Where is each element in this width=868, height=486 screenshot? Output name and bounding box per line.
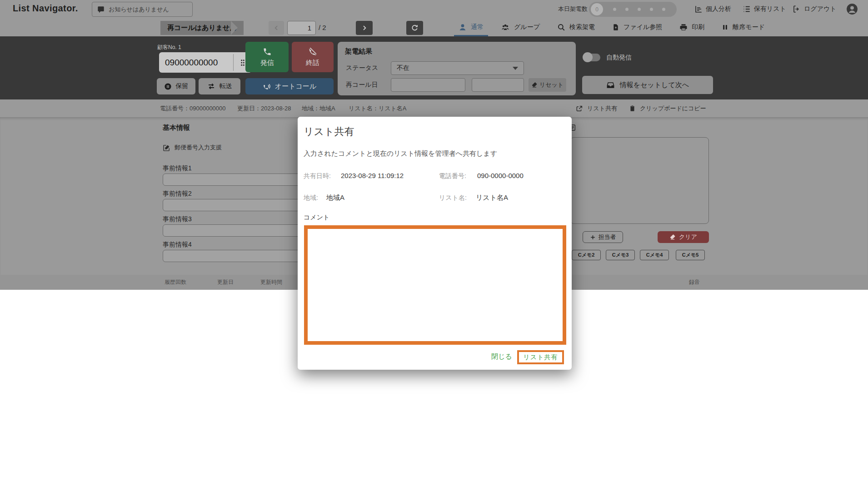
meter-dot <box>625 8 629 11</box>
tab-normal[interactable]: 通常 <box>457 18 485 36</box>
call-result-title: 架電結果 <box>345 47 372 56</box>
set-info-next-button[interactable]: 情報をセットして次へ <box>582 76 713 94</box>
record-region: 地域：地域A <box>302 99 335 117</box>
annotation-highlight-comment <box>304 225 566 345</box>
pre-info-1-label: 事前情報1 <box>163 164 192 173</box>
notice-text: お知らせはありません <box>109 5 169 14</box>
pre-info-4-input[interactable] <box>163 250 317 262</box>
comment-label: コメント <box>304 213 329 222</box>
edit-icon <box>163 144 170 152</box>
status-select[interactable]: 不在 <box>391 61 524 75</box>
tray-icon <box>606 81 615 89</box>
list-share-action[interactable]: リスト共有 <box>576 99 617 117</box>
swap-arrows-icon <box>207 82 215 90</box>
menu-owned-lists[interactable]: 保有リスト <box>743 0 786 18</box>
eraser-icon <box>669 234 676 240</box>
autocall-button[interactable]: オートコール <box>245 78 334 94</box>
record-updated: 更新日：2023-08-28 <box>237 99 291 117</box>
staff-button[interactable]: 担当者 <box>583 231 623 243</box>
recall-date-label: 再コール日 <box>346 81 378 89</box>
app-logo: List Navigator. <box>13 3 78 14</box>
modal-description: 入力されたコメントと現在のリスト情報を管理者へ共有します <box>304 149 497 158</box>
mode-tabs: 通常 グループ 検索架電 ファイル参照 印刷 <box>457 18 767 36</box>
reset-button[interactable]: リセット <box>529 78 566 92</box>
page-number-input[interactable] <box>287 21 316 35</box>
history-col-time: 更新時間 <box>260 275 282 290</box>
hold-button[interactable]: 保留 <box>157 78 195 94</box>
page-prev-button[interactable] <box>269 21 284 35</box>
phone-slash-icon <box>308 47 317 56</box>
status-label: ステータス <box>346 64 378 72</box>
tab-print[interactable]: 印刷 <box>678 18 706 36</box>
recall-notice-arrow <box>231 21 238 35</box>
tab-away-mode[interactable]: 離席モード <box>720 18 767 36</box>
logout-icon <box>793 5 801 13</box>
history-col-date: 更新日 <box>217 275 234 290</box>
page-next-button[interactable] <box>356 21 373 35</box>
today-calls-meter: 0 <box>589 2 677 17</box>
pause-circle-icon <box>164 83 172 90</box>
notice-banner[interactable]: お知らせはありません <box>92 2 193 17</box>
search-icon <box>557 23 565 31</box>
clear-button[interactable]: クリア <box>658 231 709 243</box>
bar-chart-icon <box>694 5 703 13</box>
pre-info-3-input[interactable] <box>163 224 317 237</box>
call-button[interactable]: 発信 <box>245 42 289 72</box>
call-control-panel: 顧客No. 1 発信 終話 保留 転送 オートコール <box>0 36 868 99</box>
phone-icon <box>263 47 272 56</box>
cmemo-3-button[interactable]: Cメモ3 <box>606 250 635 260</box>
meter-dot <box>613 8 616 11</box>
plus-icon <box>590 234 596 240</box>
status-value: 不在 <box>397 64 409 72</box>
transfer-button[interactable]: 転送 <box>199 78 240 94</box>
history-col-count: 履歴回数 <box>165 275 186 290</box>
modal-region-label: 地域: <box>304 194 318 202</box>
memo-textarea[interactable] <box>570 137 709 224</box>
cmemo-2-button[interactable]: Cメモ2 <box>572 250 601 260</box>
list-share-button[interactable]: リスト共有 <box>524 353 558 362</box>
modal-list-label: リスト名: <box>439 194 467 202</box>
pre-info-3-label: 事前情報3 <box>163 215 192 223</box>
call-result-card: 架電結果 ステータス 不在 再コール日 リセット <box>338 42 576 95</box>
tab-search-call[interactable]: 検索架電 <box>555 18 597 36</box>
page-total: / 2 <box>319 18 326 36</box>
today-calls-count: 0 <box>591 3 603 15</box>
tab-file-reference[interactable]: ファイル参照 <box>610 18 664 36</box>
recall-date-input[interactable] <box>391 78 465 92</box>
menu-personal-analysis[interactable]: 個人分析 <box>694 0 731 18</box>
record-phone: 電話番号：09000000000 <box>160 99 226 117</box>
cmemo-4-button[interactable]: Cメモ4 <box>640 250 669 260</box>
pre-info-1-input[interactable] <box>163 174 317 186</box>
list-icon <box>743 5 751 13</box>
file-upload-icon <box>612 23 619 31</box>
zip-support-link[interactable]: 郵便番号入力支援 <box>163 144 222 152</box>
pre-info-2-input[interactable] <box>163 199 317 211</box>
account-icon[interactable] <box>846 3 858 15</box>
meter-dot <box>650 8 653 11</box>
meter-dot <box>638 8 641 11</box>
shared-at-value: 2023-08-29 11:09:12 <box>341 172 404 179</box>
toggle-knob <box>583 52 593 62</box>
menu-logout[interactable]: ログアウト <box>793 0 837 18</box>
copy-clipboard-action[interactable]: クリップボードにコピー <box>629 99 706 117</box>
modal-title: リスト共有 <box>304 125 354 139</box>
recall-time-input[interactable] <box>472 78 524 92</box>
close-button[interactable]: 閉じる <box>491 352 512 361</box>
modal-phone-label: 電話番号: <box>439 172 466 180</box>
phone-number-group <box>159 52 252 73</box>
pre-info-4-label: 事前情報4 <box>163 241 192 249</box>
phone-number-input[interactable] <box>159 52 233 73</box>
cmemo-5-button[interactable]: Cメモ5 <box>676 250 705 260</box>
modal-list-value: リスト名A <box>476 193 508 202</box>
people-icon <box>501 23 510 31</box>
clipboard-icon <box>629 104 636 112</box>
refresh-button[interactable] <box>406 21 423 35</box>
comment-textarea[interactable] <box>308 229 563 341</box>
auto-dial-toggle[interactable] <box>584 54 600 61</box>
phone-volume-icon <box>263 82 271 90</box>
toolbar: 再コールはありません / 2 通常 グループ 検索架電 <box>0 18 868 36</box>
pause-icon <box>722 24 728 31</box>
tab-group[interactable]: グループ <box>499 18 542 36</box>
auto-dial-label: 自動発信 <box>606 54 632 62</box>
end-call-button[interactable]: 終話 <box>292 42 334 72</box>
